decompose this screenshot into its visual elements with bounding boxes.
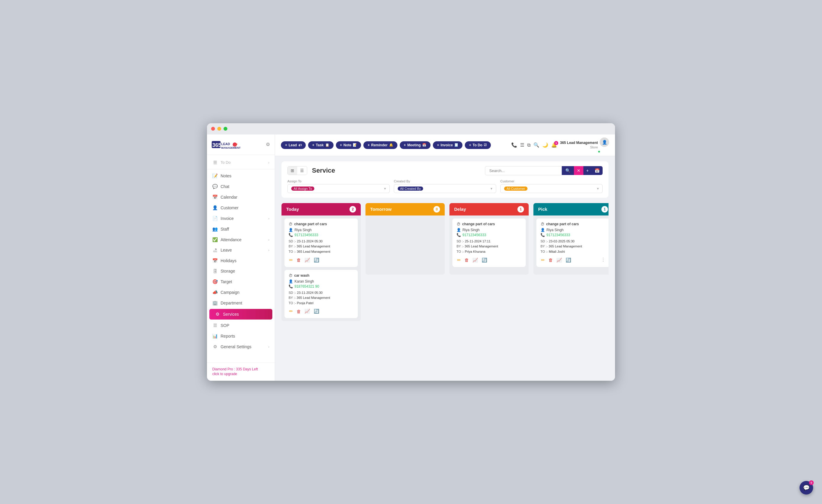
search-input[interactable] [485, 166, 562, 175]
plus-icon: + [404, 143, 406, 147]
phone-icon[interactable]: 📞 [511, 142, 517, 148]
trend-button[interactable]: 📈 [472, 257, 479, 264]
close-button[interactable] [211, 127, 215, 131]
copy-icon[interactable]: ⧉ [527, 142, 530, 148]
add-invoice-button[interactable]: + Invoice 🧾 [433, 141, 462, 149]
add-button[interactable]: + [583, 166, 592, 175]
add-note-button[interactable]: + Note 📝 [336, 141, 361, 149]
todo-icon: ☑ [484, 143, 487, 147]
chevron-down-icon: ▾ [384, 186, 386, 191]
meeting-icon: 📅 [422, 143, 426, 147]
grid-view-button[interactable]: ⊞ [288, 166, 297, 175]
created-by-select[interactable]: All Created By ▾ [394, 184, 496, 193]
delete-button[interactable]: 🗑 [296, 257, 302, 264]
sidebar-item-todo[interactable]: ☰ To Do › [207, 157, 275, 168]
delete-button[interactable]: 🗑 [548, 257, 553, 264]
card-person: 👤 Karan Singh [289, 279, 354, 284]
column-delay: Delay 1 ⏱ change part of cars 👤 [449, 203, 529, 373]
user-avatar-wrap: 👤 [599, 137, 609, 153]
created-by-filter: Created By All Created By ▾ [394, 179, 496, 193]
plus-icon: + [437, 143, 439, 147]
add-lead-button[interactable]: + Lead 🏷 [281, 141, 306, 149]
assign-to-tag: All Assign To [291, 186, 314, 191]
add-reminder-button[interactable]: + Reminder 🔔 [363, 141, 397, 149]
trend-button[interactable]: 📈 [304, 257, 311, 264]
sidebar-item-sop[interactable]: ☰ SOP [207, 320, 275, 331]
minimize-button[interactable] [217, 127, 221, 131]
card-service-name: ⏱ car wash [289, 274, 354, 278]
refresh-button[interactable]: 🔄 [313, 308, 320, 315]
column-header-today: Today 2 [282, 203, 361, 215]
upgrade-link[interactable]: Diamond Pro : 335 Days Left click to upg… [212, 367, 269, 377]
sidebar-item-attendance[interactable]: ✅ Attendance › [207, 234, 275, 245]
plus-icon: + [285, 143, 287, 147]
chevron-down-icon: ▾ [490, 186, 492, 191]
sidebar-item-chat[interactable]: 💬 Chat [207, 181, 275, 192]
invoice-icon: 🧾 [454, 143, 458, 147]
column-body-tomorrow [366, 215, 445, 275]
sidebar-item-target[interactable]: 🎯 Target [207, 277, 275, 287]
lead-filter-icon: 🏷 [298, 143, 302, 147]
list-view-button[interactable]: ☰ [297, 166, 307, 175]
trend-button[interactable]: 📈 [304, 308, 311, 315]
sidebar-item-campaign[interactable]: 📣 Campaign [207, 287, 275, 298]
user-info: 365 Lead Management Store 👤 [560, 137, 609, 153]
chevron-right-icon: › [268, 217, 269, 220]
customer-tag: All Customer [504, 186, 527, 191]
svg-text:LEAD: LEAD [221, 142, 230, 146]
list-item: ⏱ change part of cars 👤 Riya Singh 📞 917 [452, 218, 526, 267]
search-bar: 🔍 ✕ + 📅 [485, 166, 602, 175]
clear-button[interactable]: ✕ [574, 166, 583, 175]
add-todo-button[interactable]: + To Do ☑ [465, 141, 491, 149]
edit-button[interactable]: ✏ [289, 257, 294, 264]
calendar-button[interactable]: 📅 [592, 166, 602, 175]
maximize-button[interactable] [224, 127, 228, 131]
sidebar-item-notes[interactable]: 📝 Notes [207, 170, 275, 181]
sidebar-item-customer[interactable]: 👤 Customer [207, 202, 275, 213]
edit-button[interactable]: ✏ [456, 257, 462, 264]
sidebar-item-storage[interactable]: 🗄 Storage [207, 266, 275, 277]
edit-button[interactable]: ✏ [289, 308, 294, 315]
logo: 365 LEAD MANAGEMENT 📌 [212, 139, 244, 150]
sidebar-item-holidays[interactable]: 📅 Holidays [207, 256, 275, 266]
assign-to-filter: Assign To All Assign To ▾ [288, 179, 390, 193]
sidebar-item-services[interactable]: ⚙ Services [210, 309, 272, 320]
user-avatar[interactable]: 👤 [599, 137, 609, 147]
phone-icon: 📞 [540, 233, 545, 237]
add-task-button[interactable]: + Task 📋 [308, 141, 333, 149]
trend-button[interactable]: 📈 [556, 257, 563, 264]
filter-row: Assign To All Assign To ▾ Created By All… [288, 179, 602, 193]
sidebar-item-leave[interactable]: 🏖 Leave › [207, 245, 275, 256]
sidebar-item-calendar[interactable]: 📅 Calendar [207, 192, 275, 202]
moon-icon[interactable]: 🌙 [542, 142, 548, 148]
calendar-icon: 📅 [212, 194, 218, 200]
edit-button[interactable]: ✏ [540, 257, 545, 264]
customer-select[interactable]: All Customer ▾ [500, 184, 602, 193]
sidebar-item-department[interactable]: 🏢 Department [207, 298, 275, 308]
sidebar-item-invoice[interactable]: 📄 Invoice › [207, 213, 275, 224]
sidebar-settings-icon[interactable]: ⚙ [266, 141, 270, 147]
notification-button[interactable]: 🔔 1 [551, 142, 557, 148]
search-button[interactable]: 🔍 [562, 166, 574, 175]
card-meta: SD :- 23-11-2024 05:30 BY :- 365 Lead Ma… [289, 290, 354, 306]
delete-button[interactable]: 🗑 [464, 257, 469, 264]
person-icon: 👤 [289, 228, 293, 232]
chevron-down-icon: ▾ [597, 186, 599, 191]
more-button[interactable]: ⋮ [601, 257, 605, 264]
refresh-button[interactable]: 🔄 [313, 257, 320, 264]
assign-to-select[interactable]: All Assign To ▾ [288, 184, 390, 193]
sidebar-item-reports[interactable]: 📊 Reports [207, 331, 275, 342]
add-meeting-button[interactable]: + Meeting 📅 [400, 141, 430, 149]
refresh-button[interactable]: 🔄 [481, 257, 488, 264]
card-meta: SD :- 25-11-2024 17:11 BY :- 365 Lead Ma… [456, 239, 521, 255]
refresh-button[interactable]: 🔄 [565, 257, 572, 264]
list-item: ⏱ change part of cars 👤 Riya Singh 📞 917 [285, 218, 358, 267]
sidebar-item-staff[interactable]: 👥 Staff [207, 224, 275, 234]
services-icon: ⚙ [215, 312, 220, 317]
search-icon[interactable]: 🔍 [533, 142, 539, 148]
list-icon[interactable]: ☰ [520, 142, 524, 148]
sidebar-item-general-settings[interactable]: ⚙ General Settings › [207, 342, 275, 352]
delete-button[interactable]: 🗑 [296, 308, 302, 315]
service-header: ⊞ ☰ Service 🔍 ✕ + 📅 [282, 161, 608, 198]
service-icon: ⏱ [540, 222, 544, 226]
